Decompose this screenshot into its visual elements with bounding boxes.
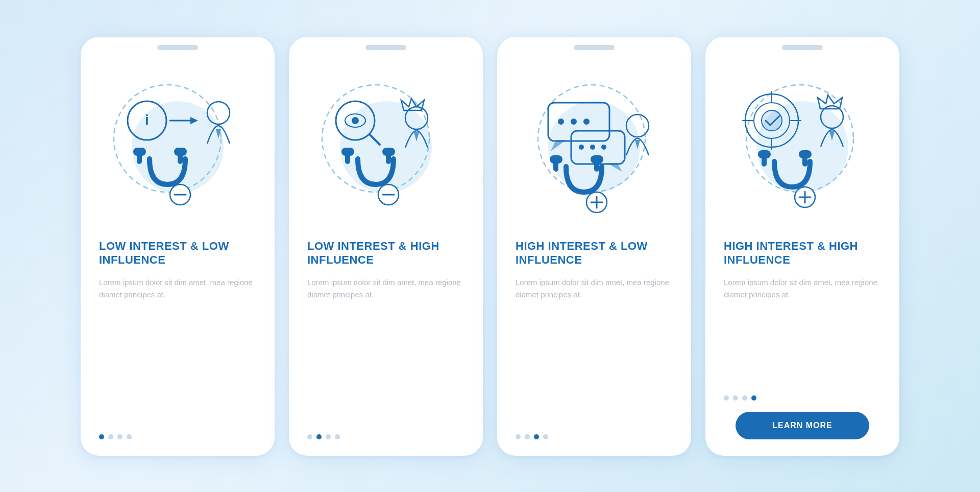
card-title-4: HIGH INTEREST & HIGH INFLUENCE [724,239,881,267]
phone-card-1: i LOW INTEREST & LOW IN [81,37,275,456]
svg-point-38 [626,114,649,137]
dot-2-1[interactable] [307,434,312,439]
card-body-4: Lorem ipsum dolor sit dim amet, mea regi… [724,276,881,301]
dots-row-2 [307,434,340,439]
card-title-2: LOW INTEREST & HIGH INFLUENCE [307,239,464,267]
svg-rect-23 [341,148,354,156]
svg-point-27 [538,85,645,192]
svg-point-5 [207,102,230,124]
phone-card-4: HIGH INTEREST & HIGH INFLUENCELorem ipsu… [705,37,899,456]
dot-2-3[interactable] [326,434,331,439]
card-body-3: Lorem ipsum dolor sit dim amet, mea regi… [516,276,673,301]
dots-row-4 [724,395,756,401]
svg-marker-4 [190,117,198,124]
illustration-svg-3 [518,72,671,222]
svg-text:i: i [145,112,149,128]
svg-marker-20 [414,132,419,142]
svg-rect-24 [382,148,395,156]
phone-notch [157,45,198,50]
illustration-svg-4 [726,72,879,222]
dot-2-4[interactable] [335,434,340,439]
svg-marker-58 [829,131,835,140]
dot-1-3[interactable] [117,434,122,439]
dot-3-2[interactable] [525,434,530,439]
illustration-svg-2 [309,72,462,222]
svg-point-0 [114,85,221,192]
card-content-1: LOW INTEREST & LOW INFLUENCELorem ipsum … [81,239,275,439]
svg-rect-10 [174,148,187,156]
svg-point-30 [571,119,577,125]
svg-rect-62 [799,150,812,158]
svg-marker-32 [551,140,566,151]
phone-notch [574,45,615,50]
svg-rect-9 [133,148,146,156]
card-body-1: Lorem ipsum dolor sit dim amet, mea regi… [99,276,256,301]
card-title-3: HIGH INTEREST & LOW INFLUENCE [516,239,673,267]
illustration-svg-1: i [101,72,254,222]
card-content-2: LOW INTEREST & HIGH INFLUENCELorem ipsum… [289,239,483,439]
dot-4-2[interactable] [733,395,738,401]
svg-rect-28 [548,103,609,141]
card-content-4: HIGH INTEREST & HIGH INFLUENCELorem ipsu… [705,239,899,439]
dot-4-3[interactable] [742,395,747,401]
svg-rect-61 [758,150,771,158]
svg-rect-43 [591,155,603,163]
dot-1-2[interactable] [108,434,113,439]
dot-4-4[interactable] [751,395,756,401]
phone-card-3: HIGH INTEREST & LOW INFLUENCELorem ipsum… [497,37,691,456]
phone-notch [365,45,406,50]
dot-1-1[interactable] [99,434,104,439]
svg-point-31 [583,119,590,125]
illustration-area-3 [497,55,691,239]
dots-row-1 [99,434,132,439]
dot-2-2[interactable] [316,434,322,439]
learn-more-button[interactable]: LEARN MORE [736,412,869,439]
phone-notch [782,45,823,50]
svg-point-35 [590,145,595,150]
dots-row-3 [516,434,548,439]
phone-card-2: LOW INTEREST & HIGH INFLUENCELorem ipsum… [289,37,483,456]
card-body-2: Lorem ipsum dolor sit dim amet, mea regi… [307,276,464,301]
svg-point-36 [601,145,606,150]
dot-3-1[interactable] [516,434,521,439]
dot-1-4[interactable] [127,434,132,439]
card-title-1: LOW INTEREST & LOW INFLUENCE [99,239,256,267]
illustration-area-4 [705,55,899,239]
svg-rect-42 [550,155,562,163]
card-content-3: HIGH INTEREST & LOW INFLUENCELorem ipsum… [497,239,691,439]
svg-point-16 [352,117,359,124]
cards-container: i LOW INTEREST & LOW IN [60,16,920,476]
svg-marker-39 [635,140,640,149]
svg-point-34 [579,145,584,150]
illustration-area-1: i [81,55,275,239]
svg-line-17 [370,134,380,145]
dot-3-3[interactable] [534,434,539,439]
dot-3-4[interactable] [543,434,548,439]
svg-point-29 [558,119,564,125]
dot-4-1[interactable] [724,395,729,401]
illustration-area-2 [289,55,483,239]
